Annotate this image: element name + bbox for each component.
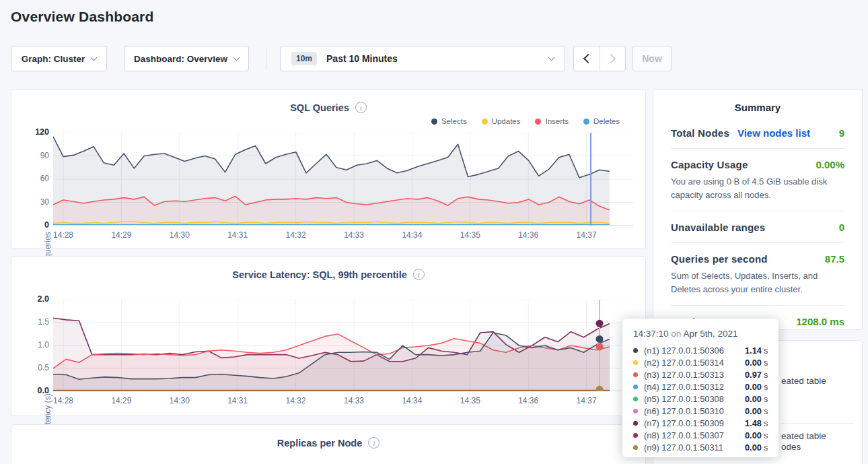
summary-row-capacity-usage: Capacity Usage 0.00% You are using 0 B o… [671,148,844,211]
x-axis-tick: 14:36 [508,230,548,240]
chart-title: SQL Queries [290,102,349,113]
tooltip-node-label: (n4) 127.0.0.1:50312 [644,382,742,392]
tooltip-unit: s [764,442,768,453]
tooltip-node-label: (n5) 127.0.0.1:50308 [644,394,742,404]
x-axis-tick: 14:32 [276,396,316,405]
legend-dot [583,119,589,125]
y-axis-tick: 30 [18,197,49,207]
tooltip-date: Apr 5th, 2021 [683,329,737,339]
tooltip-unit: s [764,345,768,356]
tooltip-unit: s [764,358,768,368]
tooltip-node-value: 1.14 [745,345,762,356]
capacity-usage-value: 0.00% [816,159,844,170]
y-axis-tick: 0.5 [18,363,49,372]
x-axis-tick: 14:34 [392,396,432,405]
tooltip-node-label: (n9) 127.0.0.1:50311 [644,442,742,453]
x-axis-tick: 14:29 [101,396,141,405]
chart-title: Service Latency: SQL, 99th percentile [232,269,407,280]
tooltip-row-n5: (n5) 127.0.0.1:503080.00s [633,393,768,405]
replicas-per-node-panel: Replicas per Node i [11,424,646,464]
chevron-left-icon [583,54,593,63]
legend-label: Deletes [593,117,620,125]
tooltip-node-value: 0.00 [745,406,762,416]
chart-hover-tooltip: 14:37:10 on Apr 5th, 2021 (n1) 127.0.0.1… [622,319,779,457]
dashboard-dropdown[interactable]: Dashboard: Overview [124,46,249,71]
x-axis-tick: 14:33 [334,230,374,240]
sql-queries-plot[interactable] [53,133,633,226]
summary-row-unavailable-ranges: Unavailable ranges 0 [671,211,844,242]
summary-row-total-nodes: Total Nodes View nodes list 9 [671,117,844,148]
x-axis-tick: 14:31 [217,396,258,405]
node-color-dot [633,372,638,377]
summary-label: Capacity Usage [671,159,748,170]
chart-title: Replicas per Node [277,438,363,449]
x-axis-tick: 14:29 [101,230,141,240]
y-axis-tick: 0 [18,220,49,230]
time-range-badge: 10m [291,52,317,65]
node-color-dot [633,433,638,438]
now-button[interactable]: Now [632,46,672,71]
tooltip-node-label: (n6) 127.0.0.1:50310 [644,406,742,416]
info-icon[interactable]: i [355,102,367,113]
tooltip-unit: s [764,382,768,392]
tooltip-unit: s [764,370,768,380]
view-nodes-list-link[interactable]: View nodes list [737,127,810,139]
info-icon[interactable]: i [413,269,425,280]
x-axis-tick: 14:28 [43,230,83,240]
unavailable-ranges-value: 0 [839,222,844,233]
tooltip-time: 14:37:10 [633,329,669,339]
time-range-dropdown[interactable]: 10m Past 10 Minutes [280,46,565,71]
tooltip-row-n4: (n4) 127.0.0.1:503120.00s [633,380,768,393]
legend-dot [535,119,541,125]
legend-item-updates[interactable]: Updates [482,117,521,125]
summary-description: Sum of Selects, Updates, Inserts, and De… [671,269,844,296]
node-color-dot [633,397,638,401]
legend-item-deletes[interactable]: Deletes [583,117,620,125]
time-step-buttons [573,46,626,71]
time-range-label: Past 10 Minutes [326,53,398,64]
legend-item-selects[interactable]: Selects [431,117,467,125]
tooltip-unit: s [764,394,768,404]
tooltip-node-value: 1.48 [745,418,762,428]
tooltip-on: on [671,329,681,339]
summary-label: Unavailable ranges [671,222,765,233]
event-text-fragment: odes [781,442,801,452]
tooltip-node-value: 0.00 [745,382,762,392]
tooltip-unit: s [764,430,768,440]
x-axis-tick: 14:31 [217,230,258,240]
info-icon[interactable]: i [368,437,379,449]
summary-description: You are using 0 B of 4.5 GiB usable disk… [671,175,844,201]
sql-queries-panel: SQL Queries i Selects Updates Inserts De… [11,89,646,249]
tooltip-row-n3: (n3) 127.0.0.1:503130.97s [633,368,768,380]
tooltip-unit: s [764,418,768,428]
summary-label: Queries per second [671,253,768,265]
legend-dot [482,119,488,125]
chevron-down-icon [548,54,555,61]
tooltip-row-n8: (n8) 127.0.0.1:503070.00s [633,429,768,441]
node-color-dot [633,348,638,353]
node-color-dot [633,360,638,365]
legend-label: Inserts [545,117,569,125]
y-axis-tick: 2.0 [18,294,49,304]
time-step-back-button[interactable] [574,46,600,71]
x-axis-tick: 14:35 [450,396,491,405]
x-axis-tick: 14:35 [450,230,491,240]
y-axis-tick: 120 [18,127,49,137]
tooltip-unit: s [764,406,768,416]
y-axis-tick: 1.0 [18,340,49,350]
legend-label: Selects [441,117,467,125]
tooltip-node-value: 0.00 [745,358,762,368]
tooltip-node-value: 0.00 [745,430,762,440]
legend-item-inserts[interactable]: Inserts [535,117,569,125]
service-latency-panel: Service Latency: SQL, 99th percentile i … [11,256,646,416]
x-axis-tick: 14:37 [567,396,607,405]
node-color-dot [633,421,638,426]
service-latency-plot[interactable] [53,300,633,391]
chevron-down-icon [233,54,240,61]
qps-value: 87.5 [825,253,844,265]
tooltip-node-label: (n8) 127.0.0.1:50307 [644,430,742,440]
graph-scope-dropdown[interactable]: Graph: Cluster [11,46,107,71]
y-axis-tick: 0.0 [18,386,49,395]
tooltip-row-n1: (n1) 127.0.0.1:503061.14s [633,344,768,356]
time-step-forward-button[interactable] [600,46,626,71]
